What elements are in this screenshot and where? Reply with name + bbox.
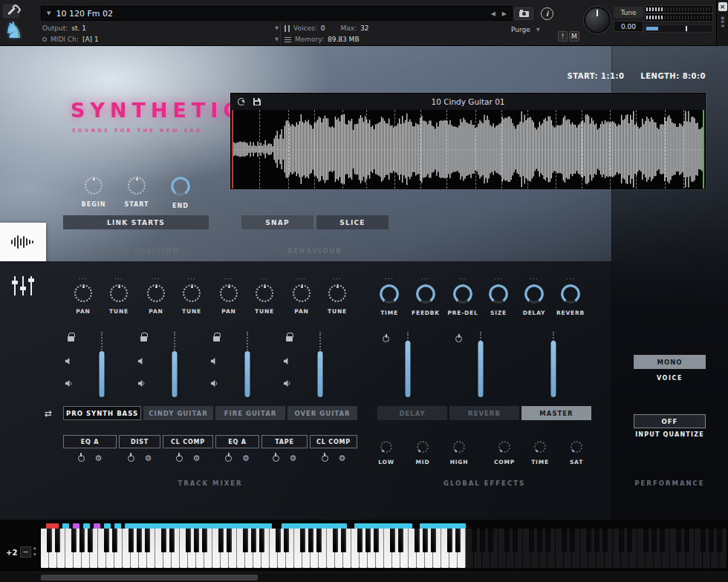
black-key[interactable] <box>357 529 363 552</box>
slice-marker[interactable] <box>394 110 395 189</box>
slice-marker[interactable] <box>556 110 556 189</box>
fx-slot-cl-comp-1[interactable]: CL COMP <box>163 435 213 448</box>
waveform-display[interactable] <box>231 110 705 189</box>
master-level-slider[interactable] <box>549 330 558 399</box>
info-icon[interactable]: i <box>541 7 553 20</box>
ch1-volume-slider[interactable] <box>97 330 106 399</box>
black-key[interactable] <box>701 529 706 552</box>
ch4-pan-knob[interactable] <box>293 284 311 302</box>
knob-menu-dots[interactable]: ··· <box>553 276 588 283</box>
slice-marker[interactable] <box>610 110 611 189</box>
black-key[interactable] <box>455 529 461 552</box>
slice-marker[interactable] <box>342 110 343 189</box>
fx-slot-eq-a-2[interactable]: EQ A <box>215 435 259 448</box>
tab-delay[interactable]: DELAY <box>377 406 447 420</box>
reverb-send-knob[interactable] <box>561 284 580 304</box>
low-knob[interactable] <box>380 441 392 453</box>
power-icon[interactable] <box>383 336 389 342</box>
fx-slot-tape[interactable]: TAPE <box>261 435 308 448</box>
aux-label[interactable]: aux <box>720 16 726 28</box>
black-key[interactable] <box>447 529 452 552</box>
slice-marker[interactable] <box>420 110 421 189</box>
ch1-tune-knob[interactable] <box>110 284 128 302</box>
fx-slot-dist[interactable]: DIST <box>119 435 160 448</box>
lock-icon[interactable] <box>286 336 293 341</box>
black-key[interactable] <box>504 529 510 552</box>
octave-down-icon[interactable]: ▾ <box>33 552 36 558</box>
keys[interactable] <box>41 529 728 568</box>
chevron-down-icon[interactable]: ▼ <box>275 25 279 31</box>
slider-handle[interactable] <box>318 351 323 397</box>
power-icon[interactable] <box>273 455 279 462</box>
tab-reverb[interactable]: REVERB <box>449 406 519 420</box>
gear-icon[interactable]: ⚙ <box>95 454 103 462</box>
knob-menu-dots[interactable]: ··· <box>174 276 209 283</box>
ch3-volume-slider[interactable] <box>243 330 252 399</box>
speaker-min-icon[interactable] <box>65 357 73 365</box>
collapse-icon[interactable]: ▼ <box>47 10 51 16</box>
slice-marker[interactable] <box>288 110 289 189</box>
speaker-min-icon[interactable] <box>137 357 146 365</box>
black-key[interactable] <box>333 529 338 552</box>
slice-marker[interactable] <box>366 110 367 189</box>
black-key[interactable] <box>227 529 232 552</box>
black-key[interactable] <box>202 529 207 552</box>
knob-menu-dots[interactable]: ··· <box>408 276 443 283</box>
midi-channel-selector[interactable]: MIDI Ch: [A] 1 ▼ <box>42 34 279 45</box>
octave-down-button[interactable]: − <box>20 546 31 558</box>
black-key[interactable] <box>284 529 289 552</box>
black-key[interactable] <box>570 529 575 552</box>
slider-handle[interactable] <box>245 351 250 397</box>
black-key[interactable] <box>88 529 93 552</box>
black-key[interactable] <box>218 529 224 552</box>
black-key[interactable] <box>341 529 346 552</box>
next-instrument-icon[interactable]: ▶ <box>502 10 507 17</box>
reverb-size-knob[interactable] <box>489 284 508 304</box>
volume-pan-mini-sliders[interactable] <box>645 24 713 33</box>
tab-cindy-guitar[interactable]: CINDY GUITAR <box>143 406 213 420</box>
black-key[interactable] <box>415 529 420 552</box>
ch2-volume-slider[interactable] <box>170 330 179 399</box>
sat-knob[interactable] <box>571 441 582 453</box>
prev-instrument-icon[interactable]: ◀ <box>491 10 495 17</box>
black-key[interactable] <box>251 529 256 552</box>
black-key[interactable] <box>145 529 150 552</box>
black-key[interactable] <box>717 529 722 552</box>
gear-icon[interactable]: ⚙ <box>339 454 346 462</box>
slice-marker[interactable] <box>475 110 476 189</box>
black-key[interactable] <box>545 529 550 552</box>
black-key[interactable] <box>423 529 428 552</box>
comp-knob[interactable] <box>498 441 510 453</box>
black-key[interactable] <box>186 529 191 552</box>
ch2-tune-knob[interactable] <box>183 284 201 302</box>
start-knob[interactable] <box>128 177 146 194</box>
slider-handle[interactable] <box>406 341 411 397</box>
black-key[interactable] <box>374 529 379 552</box>
sidebar-item-sampler-page[interactable] <box>0 223 46 261</box>
ch1-pan-knob[interactable] <box>74 284 92 302</box>
delay-feedback-knob[interactable] <box>416 284 435 304</box>
black-key[interactable] <box>676 529 681 552</box>
reverb-predelay-knob[interactable] <box>453 284 472 304</box>
speaker-loud-icon[interactable] <box>137 379 146 388</box>
swap-icon[interactable]: ⇄ <box>45 406 52 420</box>
end-knob[interactable] <box>171 177 190 196</box>
octave-up-icon[interactable]: ▴ <box>33 545 36 552</box>
ch2-pan-knob[interactable] <box>147 284 165 302</box>
knob-menu-dots[interactable]: ··· <box>516 276 552 283</box>
black-key[interactable] <box>104 529 109 552</box>
power-icon[interactable] <box>78 455 85 462</box>
black-key[interactable] <box>513 529 518 552</box>
chevron-down-icon[interactable]: ▼ <box>275 36 279 42</box>
black-key[interactable] <box>586 529 591 552</box>
tune-value[interactable]: 0.00 <box>614 21 643 32</box>
high-knob[interactable] <box>453 441 465 453</box>
black-key[interactable] <box>55 529 60 552</box>
knob-menu-dots[interactable]: ··· <box>284 276 319 283</box>
tab-over-guitar[interactable]: OVER GUITAR <box>287 406 357 420</box>
black-key[interactable] <box>308 529 313 552</box>
ch3-tune-knob[interactable] <box>256 284 273 302</box>
knob-menu-dots[interactable]: ··· <box>445 276 481 283</box>
black-key[interactable] <box>137 529 142 552</box>
slider-handle[interactable] <box>172 351 178 397</box>
